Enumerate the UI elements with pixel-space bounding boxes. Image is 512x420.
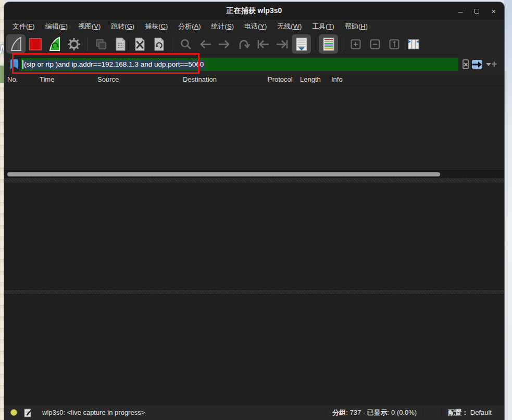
column-header-destination[interactable]: Destination xyxy=(183,75,268,83)
find-packet-button[interactable] xyxy=(176,34,195,54)
filter-bookmark-button[interactable] xyxy=(8,58,20,71)
stop-icon xyxy=(29,38,42,50)
resize-columns-button[interactable] xyxy=(404,34,423,54)
filter-dropdown-caret[interactable] xyxy=(486,63,491,66)
toolbar-separator xyxy=(87,37,88,51)
packet-list-header: No. Time Source Destination Protocol Len… xyxy=(4,73,504,85)
packet-list-pane xyxy=(4,85,504,170)
menu-item-statistics[interactable]: 统计S xyxy=(206,22,239,31)
desktop-background-right xyxy=(504,0,512,420)
add-filter-button[interactable]: + xyxy=(491,59,497,70)
start-capture-button[interactable] xyxy=(6,34,26,54)
save-file-icon xyxy=(114,37,127,51)
zoom-in-icon xyxy=(351,39,361,49)
apply-filter-button[interactable] xyxy=(472,60,482,69)
menubar: 文件F 编辑E 视图V 跳转G 捕获C 分析A 统计S 电话Y 无线W 工具T … xyxy=(4,20,504,33)
maximize-button[interactable] xyxy=(474,9,479,14)
column-header-no[interactable]: No. xyxy=(4,75,40,83)
zoom-out-icon xyxy=(370,39,380,49)
zoom-100-button[interactable] xyxy=(384,34,404,54)
pane-splitter-top[interactable] xyxy=(4,177,504,183)
auto-scroll-icon xyxy=(295,37,308,51)
profile-selector[interactable]: 配置： Default xyxy=(441,408,492,417)
filter-expression: (sip or rtp )and ip.addr==192.168.1.3 an… xyxy=(23,60,205,69)
colorize-icon xyxy=(322,37,335,51)
shark-fin-icon xyxy=(9,36,23,52)
column-header-info[interactable]: Info xyxy=(331,75,504,83)
comment-note-icon xyxy=(24,408,32,417)
close-file-icon xyxy=(133,37,146,51)
go-back-button[interactable] xyxy=(195,34,215,54)
bookmark-icon xyxy=(10,59,19,70)
menu-item-help[interactable]: 帮助H xyxy=(340,22,373,31)
statusbar: wlp3s0: <live capture in progress> 分组: 7… xyxy=(4,404,504,420)
menu-item-edit[interactable]: 编辑E xyxy=(40,22,73,31)
restart-capture-button[interactable] xyxy=(45,34,64,54)
window-controls: – × xyxy=(458,2,496,20)
save-file-button[interactable] xyxy=(110,34,130,54)
reload-file-icon xyxy=(153,37,165,51)
auto-scroll-toggle[interactable] xyxy=(292,34,311,54)
toolbar-separator xyxy=(342,37,342,51)
wireshark-window: 正在捕获 wlp3s0 – × 文件F 编辑E 视图V 跳转G 捕获C 分析A … xyxy=(4,2,504,420)
colorize-toggle[interactable] xyxy=(319,34,338,54)
menu-item-file[interactable]: 文件F xyxy=(7,22,40,31)
titlebar[interactable]: 正在捕获 wlp3s0 – × xyxy=(4,2,504,20)
zoom-in-button[interactable] xyxy=(346,34,365,54)
go-last-button[interactable] xyxy=(272,34,292,54)
go-first-icon xyxy=(256,39,270,49)
menu-item-analyze[interactable]: 分析A xyxy=(173,22,206,31)
horizontal-scrollbar[interactable] xyxy=(4,170,504,177)
column-header-length[interactable]: Length xyxy=(300,75,331,83)
open-file-button[interactable] xyxy=(91,34,110,54)
arrow-left-icon xyxy=(198,39,212,49)
expert-info-button[interactable] xyxy=(10,409,17,416)
packet-details-pane xyxy=(4,183,504,289)
go-to-packet-button[interactable] xyxy=(234,34,253,54)
capture-status-text: wlp3s0: <live capture in progress> xyxy=(42,409,145,416)
stop-capture-button[interactable] xyxy=(26,34,45,54)
arrow-right-icon xyxy=(218,39,231,49)
close-file-button[interactable] xyxy=(130,34,149,54)
search-icon xyxy=(180,38,192,50)
menu-item-wireless[interactable]: 无线W xyxy=(272,22,307,31)
packet-counts: 分组: 737 · 已显示: 0 (0.0%) xyxy=(326,408,423,417)
reload-file-button[interactable] xyxy=(149,34,168,54)
restart-fin-icon xyxy=(48,36,61,52)
minimize-button[interactable]: – xyxy=(458,7,463,15)
pane-splitter-bottom[interactable] xyxy=(4,289,504,295)
menu-item-view[interactable]: 视图V xyxy=(73,22,106,31)
zoom-out-button[interactable] xyxy=(365,34,384,54)
clear-filter-button[interactable]: × xyxy=(463,59,469,69)
go-last-icon xyxy=(276,39,289,49)
display-filter-bar: (sip or rtp )and ip.addr==192.168.1.3 an… xyxy=(4,55,504,73)
go-forward-button[interactable] xyxy=(215,34,234,54)
zoom-100-icon xyxy=(389,39,399,49)
apply-arrow-icon xyxy=(472,61,482,68)
capture-options-button[interactable] xyxy=(64,34,83,54)
toolbar-separator xyxy=(172,37,172,51)
column-header-protocol[interactable]: Protocol xyxy=(268,75,300,83)
column-header-time[interactable]: Time xyxy=(40,75,97,83)
menu-item-go[interactable]: 跳转G xyxy=(106,22,140,31)
capture-comment-button[interactable] xyxy=(24,408,32,417)
scrollbar-thumb[interactable] xyxy=(7,172,440,176)
menu-item-telephony[interactable]: 电话Y xyxy=(239,22,272,31)
window-title: 正在捕获 wlp3s0 xyxy=(227,6,282,16)
toolbar-separator xyxy=(315,37,315,51)
menu-item-capture[interactable]: 捕获C xyxy=(140,22,173,31)
menu-item-tools[interactable]: 工具T xyxy=(307,22,340,31)
gear-icon xyxy=(67,37,81,51)
close-button[interactable]: × xyxy=(491,7,496,15)
main-toolbar xyxy=(4,33,504,55)
go-first-button[interactable] xyxy=(253,34,272,54)
open-file-icon xyxy=(95,38,107,50)
column-header-source[interactable]: Source xyxy=(97,75,183,83)
packet-bytes-pane xyxy=(4,295,504,404)
statusbar-right: 分组: 737 · 已显示: 0 (0.0%) 配置： Default xyxy=(326,408,504,417)
goto-curved-arrow-icon xyxy=(238,39,250,50)
resize-columns-icon xyxy=(407,39,420,50)
display-filter-input[interactable]: (sip or rtp )and ip.addr==192.168.1.3 an… xyxy=(21,58,458,71)
